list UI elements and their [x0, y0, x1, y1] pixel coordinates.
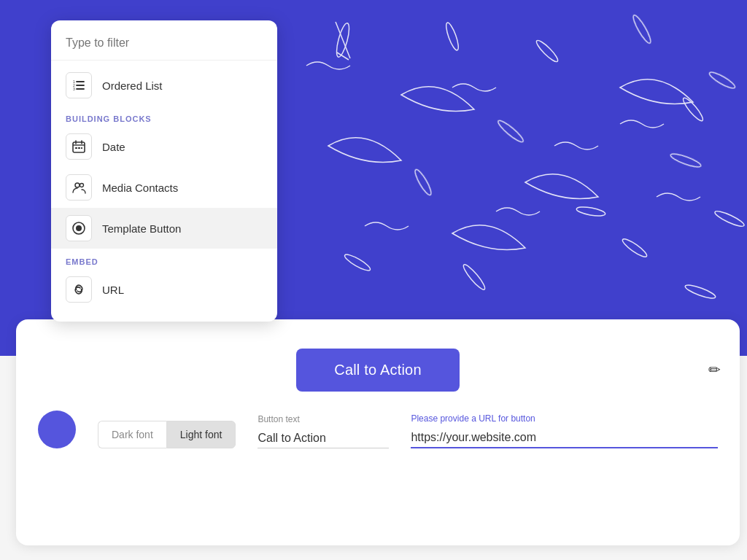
svg-point-9: [496, 118, 525, 144]
cta-area: Call to Action ✏: [16, 319, 740, 399]
main-card: Call to Action ✏ Dark font Light font Bu…: [16, 319, 740, 545]
list-item-date[interactable]: Date: [51, 126, 277, 167]
button-text-label: Button text: [258, 414, 389, 424]
list-item-media-contacts[interactable]: Media Contacts: [51, 167, 277, 208]
section-embed: EMBED: [51, 249, 277, 269]
svg-rect-28: [78, 147, 80, 149]
list-item-template-button[interactable]: Template Button: [51, 208, 277, 249]
svg-rect-27: [75, 147, 77, 149]
ordered-list-icon: 1 2 3: [66, 72, 92, 98]
url-field-label: Please provide a URL for button: [411, 413, 718, 424]
filter-input[interactable]: [51, 20, 277, 60]
button-text-field-group: Button text: [258, 414, 389, 448]
svg-point-13: [621, 236, 649, 259]
svg-point-7: [670, 152, 703, 169]
svg-line-2: [337, 52, 349, 60]
url-label: URL: [102, 284, 124, 296]
color-swatch[interactable]: [38, 411, 76, 448]
template-button-label: Template Button: [102, 222, 181, 235]
media-contacts-label: Media Contacts: [102, 182, 178, 194]
svg-point-33: [76, 225, 82, 231]
dark-font-button[interactable]: Dark font: [98, 421, 166, 448]
svg-point-14: [684, 283, 717, 300]
media-contacts-icon: [66, 174, 92, 201]
light-font-button[interactable]: Light font: [166, 421, 236, 448]
svg-point-6: [708, 70, 737, 91]
svg-point-3: [444, 21, 460, 51]
url-input[interactable]: [411, 428, 718, 448]
svg-point-11: [343, 252, 372, 273]
pencil-icon: ✏: [708, 362, 721, 378]
date-label: Date: [102, 141, 125, 153]
svg-rect-29: [81, 147, 82, 149]
divider: [51, 60, 277, 61]
cta-button[interactable]: Call to Action: [296, 349, 460, 392]
button-text-input[interactable]: [258, 429, 389, 448]
date-icon: [66, 133, 92, 160]
svg-point-10: [413, 168, 434, 197]
svg-point-15: [713, 209, 746, 229]
url-field-group: Please provide a URL for button: [411, 413, 718, 448]
svg-point-4: [534, 38, 560, 63]
template-button-icon: [66, 215, 92, 241]
svg-point-5: [631, 13, 654, 44]
list-item-url[interactable]: URL: [51, 269, 277, 310]
form-area: Dark font Light font Button text Please …: [16, 399, 740, 469]
font-toggle: Dark font Light font: [98, 421, 236, 448]
url-icon: [66, 276, 92, 303]
section-building-blocks: BUILDING BLOCKS: [51, 106, 277, 126]
svg-point-30: [75, 183, 80, 187]
dropdown-panel: 1 2 3 Ordered List BUILDING BLOCKS Date: [51, 20, 277, 322]
svg-point-16: [681, 96, 705, 122]
svg-text:3: 3: [73, 87, 75, 91]
svg-point-8: [576, 206, 605, 218]
ordered-list-label: Ordered List: [102, 79, 163, 92]
svg-point-12: [461, 262, 487, 292]
list-item-ordered-list[interactable]: 1 2 3 Ordered List: [51, 65, 277, 106]
edit-icon-button[interactable]: ✏: [708, 361, 721, 378]
svg-point-31: [80, 184, 84, 187]
